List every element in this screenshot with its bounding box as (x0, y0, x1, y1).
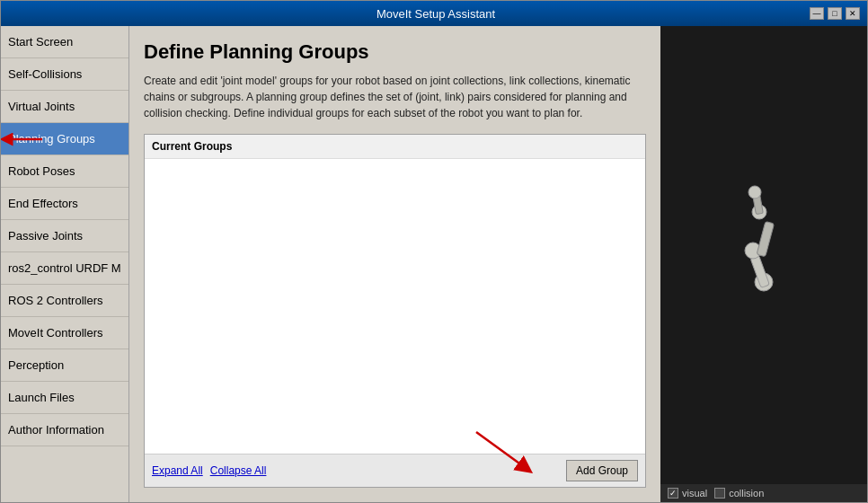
sidebar-item-robot-poses[interactable]: Robot Poses (1, 155, 128, 188)
robot-footer: visual collision (660, 484, 867, 502)
page-description: Create and edit 'joint model' groups for… (144, 73, 646, 121)
sidebar-item-moveit-controllers[interactable]: MoveIt Controllers (1, 317, 128, 349)
visual-checkbox[interactable] (668, 488, 678, 499)
robot-canvas (660, 26, 867, 484)
add-group-button[interactable]: Add Group (566, 460, 638, 481)
groups-header: Current Groups (145, 135, 645, 159)
content-main: Define Planning Groups Create and edit '… (129, 26, 660, 502)
collision-checkbox[interactable] (714, 488, 725, 499)
groups-footer: Expand All Collapse All (145, 454, 645, 487)
right-panel: Define Planning Groups Create and edit '… (129, 26, 867, 502)
window-title: MoveIt Setup Assistant (62, 7, 810, 21)
sidebar-item-start-screen[interactable]: Start Screen (1, 26, 128, 58)
groups-body (145, 159, 645, 454)
sidebar-item-planning-groups[interactable]: Planning Groups (1, 123, 128, 155)
visual-label: visual (682, 488, 707, 499)
sidebar: Start Screen Self-Collisions Virtual Joi… (1, 26, 129, 502)
sidebar-item-passive-joints[interactable]: Passive Joints (1, 220, 128, 252)
sidebar-item-virtual-joints[interactable]: Virtual Joints (1, 91, 128, 123)
sidebar-item-author-information[interactable]: Author Information (1, 414, 128, 446)
maximize-button[interactable]: □ (828, 7, 842, 20)
arrow-annotation-sidebar (1, 126, 44, 153)
content-area: Define Planning Groups Create and edit '… (129, 26, 867, 502)
titlebar: MoveIt Setup Assistant — □ ✕ (1, 1, 867, 26)
sidebar-item-ros2-controllers[interactable]: ROS 2 Controllers (1, 285, 128, 317)
visual-toggle[interactable]: visual (668, 488, 707, 499)
page-title: Define Planning Groups (144, 40, 646, 64)
close-button[interactable]: ✕ (846, 7, 860, 20)
sidebar-item-self-collisions[interactable]: Self-Collisions (1, 58, 128, 91)
expand-all-link[interactable]: Expand All (152, 464, 203, 477)
window-controls: — □ ✕ (810, 7, 860, 20)
svg-rect-5 (750, 255, 769, 287)
groups-panel: Current Groups Expand All Collapse All (144, 134, 646, 488)
svg-point-10 (748, 186, 761, 199)
sidebar-item-perception[interactable]: Perception (1, 349, 128, 382)
main-window: MoveIt Setup Assistant — □ ✕ Start Scree… (0, 0, 868, 503)
robot-preview-panel: visual collision (660, 26, 867, 502)
collision-toggle[interactable]: collision (714, 488, 764, 499)
robot-arm-svg (692, 183, 836, 327)
footer-links: Expand All Collapse All (152, 464, 266, 477)
sidebar-item-end-effectors[interactable]: End Effectors (1, 188, 128, 220)
sidebar-item-ros2-urdf[interactable]: ros2_control URDF M (1, 252, 128, 285)
collision-label: collision (729, 488, 764, 499)
collapse-all-link[interactable]: Collapse All (210, 464, 267, 477)
main-content: Start Screen Self-Collisions Virtual Joi… (1, 26, 867, 502)
sidebar-item-launch-files[interactable]: Launch Files (1, 382, 128, 414)
sidebar-scroll[interactable]: Start Screen Self-Collisions Virtual Joi… (1, 26, 128, 502)
svg-rect-7 (757, 221, 774, 256)
add-group-container: Add Group (566, 460, 638, 481)
minimize-button[interactable]: — (810, 7, 824, 20)
